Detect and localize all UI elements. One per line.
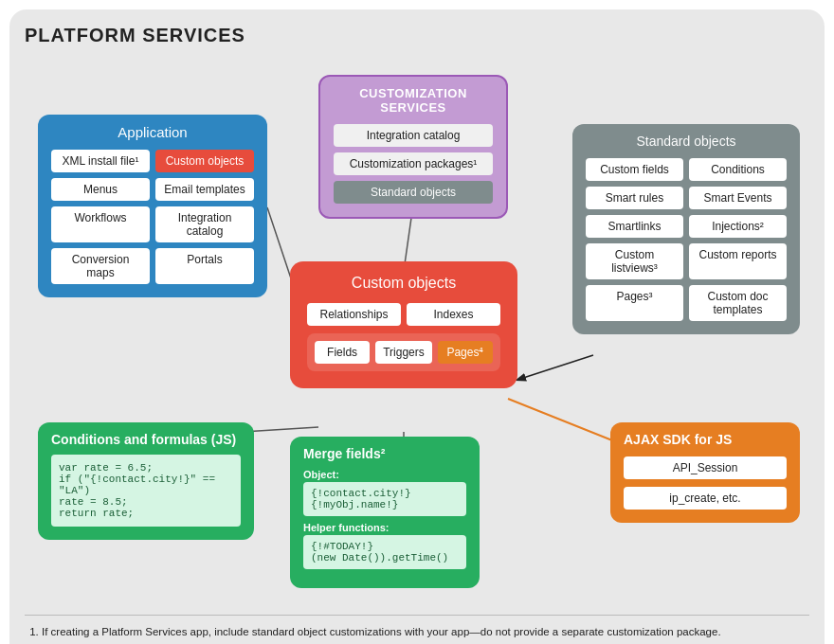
merge-helper-label: Helper functions:: [303, 522, 466, 533]
std-custom-fields: Custom fields: [586, 158, 683, 181]
std-conditions: Conditions: [689, 158, 787, 181]
footnote-1: If creating a Platform Services app, inc…: [42, 623, 809, 640]
diagram-area: Application XML install file¹ Custom obj…: [25, 58, 809, 607]
ajax-ip-create: ip_create, etc.: [624, 487, 787, 510]
std-custom-listviews: Custom listviews³: [586, 243, 683, 279]
app-item-portals: Portals: [155, 248, 254, 284]
application-box: Application XML install file¹ Custom obj…: [38, 115, 267, 297]
std-smartlinks: Smartlinks: [586, 215, 683, 238]
customization-title: CUSTOMIZATION SERVICES: [334, 86, 493, 115]
co-relationships: Relationships: [307, 303, 401, 326]
footnotes: If creating a Platform Services app, inc…: [25, 615, 809, 644]
std-custom-doc: Custom doc templates: [689, 285, 787, 321]
conditions-box: Conditions and formulas (JS) var rate = …: [38, 422, 254, 540]
app-item-email-templates: Email templates: [155, 178, 254, 201]
app-item-integration-catalog: Integration catalog: [155, 206, 254, 242]
co-indexes: Indexes: [407, 303, 500, 326]
app-item-menus: Menus: [51, 178, 150, 201]
custom-objects-box: Custom objects Relationships Indexes Fie…: [290, 261, 517, 388]
merge-object-label: Object:: [303, 469, 466, 480]
co-triggers: Triggers: [375, 341, 432, 364]
std-smart-rules: Smart rules: [586, 187, 683, 209]
customization-item-packages: Customization packages¹: [334, 152, 493, 175]
co-pages: Pages⁴: [438, 341, 493, 364]
ajax-api-session: API_Session: [624, 456, 787, 479]
merge-helper-code: {!#TODAY!} (new Date()).getTime(): [303, 535, 466, 569]
svg-line-3: [243, 427, 318, 432]
merge-fields-box: Merge fields² Object: {!contact.city!} {…: [290, 437, 480, 588]
custom-objects-row2-container: Fields Triggers Pages⁴: [307, 333, 500, 371]
std-custom-reports: Custom reports: [689, 243, 787, 279]
page-title: PLATFORM SERVICES: [25, 25, 809, 46]
std-injections: Injections²: [689, 215, 787, 238]
svg-line-5: [508, 399, 626, 446]
merge-object-code: {!contact.city!} {!myObj.name!}: [303, 482, 466, 516]
app-item-conversion-maps: Conversion maps: [51, 248, 150, 284]
standard-objects-items: Custom fields Conditions Smart rules Sma…: [586, 158, 787, 321]
standard-objects-box: Standard objects Custom fields Condition…: [572, 124, 800, 334]
footnote-2: Injections in Customization Services are…: [42, 640, 809, 644]
custom-objects-row2: Fields Triggers Pages⁴: [315, 341, 493, 364]
application-title: Application: [51, 124, 254, 140]
co-fields: Fields: [315, 341, 370, 364]
application-items: XML install file¹ Custom objects Menus E…: [51, 150, 254, 284]
conditions-title: Conditions and formulas (JS): [51, 432, 241, 447]
svg-line-2: [517, 355, 593, 380]
customization-box: CUSTOMIZATION SERVICES Integration catal…: [318, 75, 508, 219]
app-item-custom-objects: Custom objects: [155, 150, 254, 172]
custom-objects-row1: Relationships Indexes: [307, 303, 500, 326]
conditions-code: var rate = 6.5; if ("{!contact.city!}" =…: [51, 455, 241, 527]
app-item-workflows: Workflows: [51, 206, 150, 242]
merge-fields-title: Merge fields²: [303, 446, 466, 461]
ajax-box: AJAX SDK for JS API_Session ip_create, e…: [610, 422, 800, 523]
customization-item-integration: Integration catalog: [334, 124, 493, 147]
std-pages: Pages³: [586, 285, 683, 321]
app-item-xml: XML install file¹: [51, 150, 150, 172]
main-container: PLATFORM SERVICES Application: [9, 9, 825, 644]
customization-item-standard: Standard objects: [334, 181, 493, 204]
ajax-title: AJAX SDK for JS: [624, 432, 787, 447]
custom-objects-title: Custom objects: [307, 275, 500, 292]
std-smart-events: Smart Events: [689, 187, 787, 209]
standard-objects-title: Standard objects: [586, 134, 787, 149]
